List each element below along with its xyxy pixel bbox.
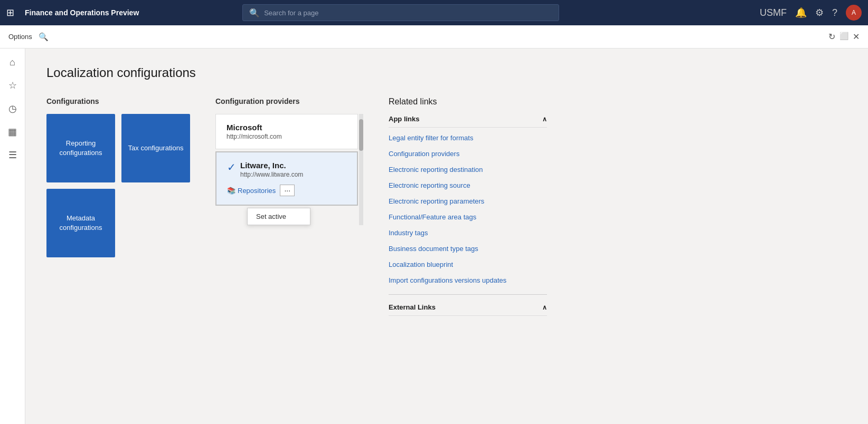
provider-header-microsoft: Microsoft http://microsoft.com xyxy=(227,123,347,140)
list-item: Legal entity filter for formats xyxy=(389,130,547,146)
list-item: Industry tags xyxy=(389,225,547,240)
provider-name-litware: Litware, Inc. xyxy=(240,161,303,170)
external-links-group-title[interactable]: External Links ∧ xyxy=(389,299,547,316)
tile-empty xyxy=(121,189,190,257)
sections-row: Configurations Reporting configurations … xyxy=(46,97,847,316)
restore-icon[interactable]: ⬜ xyxy=(839,32,848,42)
list-item: Configuration providers xyxy=(389,146,547,161)
sidebar-home-icon[interactable]: ⌂ xyxy=(3,53,22,72)
link-import-configs[interactable]: Import configurations versions updates xyxy=(389,276,506,284)
tile-metadata-configurations[interactable]: Metadata configurations xyxy=(46,189,115,257)
providers-inner: Microsoft http://microsoft.com ✓ Litware… xyxy=(215,114,358,225)
link-config-providers[interactable]: Configuration providers xyxy=(389,150,459,158)
search-bar[interactable]: 🔍 xyxy=(242,4,559,21)
collapse-app-links-icon: ∧ xyxy=(542,115,547,123)
toolbar: Options 🔍 ↻ ⬜ ✕ xyxy=(0,25,868,49)
provider-actions-litware: 📚 Repositories ··· xyxy=(227,185,346,196)
content-area: Localization configurations Configuratio… xyxy=(25,49,868,424)
toolbar-label: Options xyxy=(8,33,32,41)
provider-header-litware: ✓ Litware, Inc. http://www.litware.com xyxy=(227,161,346,178)
link-er-parameters[interactable]: Electronic reporting parameters xyxy=(389,197,484,205)
top-navigation: ⊞ Finance and Operations Preview 🔍 USMF … xyxy=(0,0,868,25)
list-item: Localization blueprint xyxy=(389,256,547,272)
avatar[interactable]: A xyxy=(846,5,862,21)
configurations-title: Configurations xyxy=(46,97,190,105)
main-layout: ⌂ ☆ ◷ ▦ ☰ Localization configurations Co… xyxy=(0,49,868,424)
sidebar-grid-icon[interactable]: ▦ xyxy=(3,122,22,141)
app-links-group-title[interactable]: App links ∧ xyxy=(389,111,547,128)
search-toolbar-icon[interactable]: 🔍 xyxy=(39,32,49,42)
provider-url-litware: http://www.litware.com xyxy=(240,171,303,178)
list-item: Import configurations versions updates xyxy=(389,272,547,288)
link-er-source[interactable]: Electronic reporting source xyxy=(389,181,470,189)
related-links-title: Related links xyxy=(389,97,547,107)
sidebar-recent-icon[interactable]: ◷ xyxy=(3,99,22,118)
bell-icon[interactable]: 🔔 xyxy=(795,7,807,18)
link-functional-tags[interactable]: Functional/Feature area tags xyxy=(389,213,476,221)
active-check-icon: ✓ xyxy=(227,161,236,174)
providers-wrapper: Microsoft http://microsoft.com ✓ Litware… xyxy=(215,114,363,225)
app-title: Finance and Operations Preview xyxy=(25,8,139,17)
sidebar-star-icon[interactable]: ☆ xyxy=(3,76,22,95)
repository-icon: 📚 xyxy=(227,187,235,195)
search-input[interactable] xyxy=(264,9,552,17)
provider-card-microsoft: Microsoft http://microsoft.com xyxy=(215,114,358,149)
search-icon: 🔍 xyxy=(249,8,260,18)
config-providers-title: Configuration providers xyxy=(215,97,363,105)
toolbar-icons: ↻ ⬜ ✕ xyxy=(828,32,860,42)
user-label: USMF xyxy=(760,7,787,18)
list-item: Electronic reporting destination xyxy=(389,161,547,177)
config-tiles: Reporting configurations Tax configurati… xyxy=(46,114,190,257)
refresh-icon[interactable]: ↻ xyxy=(828,32,835,42)
link-legal-entity[interactable]: Legal entity filter for formats xyxy=(389,134,473,142)
close-icon[interactable]: ✕ xyxy=(853,32,860,42)
collapse-external-links-icon: ∧ xyxy=(542,304,547,311)
link-business-document-tags[interactable]: Business document type tags xyxy=(389,245,478,253)
list-item: Electronic reporting parameters xyxy=(389,193,547,209)
providers-scrollbar[interactable] xyxy=(359,114,363,225)
list-item: Functional/Feature area tags xyxy=(389,209,547,225)
page-title: Localization configurations xyxy=(46,65,847,80)
help-icon[interactable]: ? xyxy=(832,7,837,18)
set-active-menu-item[interactable]: Set active xyxy=(248,208,310,225)
link-industry-tags[interactable]: Industry tags xyxy=(389,229,428,237)
configurations-section: Configurations Reporting configurations … xyxy=(46,97,190,257)
tile-tax-configurations[interactable]: Tax configurations xyxy=(121,114,190,182)
repositories-button[interactable]: 📚 Repositories xyxy=(227,187,276,195)
list-item: Business document type tags xyxy=(389,240,547,256)
dropdown-popup: Set active xyxy=(247,208,310,225)
sidebar-icons: ⌂ ☆ ◷ ▦ ☰ xyxy=(0,49,25,424)
gear-icon[interactable]: ⚙ xyxy=(815,7,824,18)
app-links-list: Legal entity filter for formats Configur… xyxy=(389,128,547,290)
list-item: Electronic reporting source xyxy=(389,177,547,193)
links-divider xyxy=(389,294,547,295)
provider-url-microsoft: http://microsoft.com xyxy=(227,133,282,140)
link-localization-blueprint[interactable]: Localization blueprint xyxy=(389,261,453,268)
config-providers-section: Configuration providers Microsoft http:/… xyxy=(215,97,363,225)
more-options-button[interactable]: ··· xyxy=(280,185,295,196)
sidebar-list-icon[interactable]: ☰ xyxy=(3,146,22,165)
link-er-destination[interactable]: Electronic reporting destination xyxy=(389,166,483,174)
nav-icons: USMF 🔔 ⚙ ? A xyxy=(760,5,862,21)
tile-reporting-configurations[interactable]: Reporting configurations xyxy=(46,114,115,182)
related-links-section: Related links App links ∧ Legal entity f… xyxy=(389,97,547,316)
hamburger-icon[interactable]: ⊞ xyxy=(6,7,14,18)
provider-card-litware: ✓ Litware, Inc. http://www.litware.com 📚… xyxy=(215,151,358,206)
provider-name-microsoft: Microsoft xyxy=(227,123,282,132)
scrollbar-thumb xyxy=(359,119,363,151)
